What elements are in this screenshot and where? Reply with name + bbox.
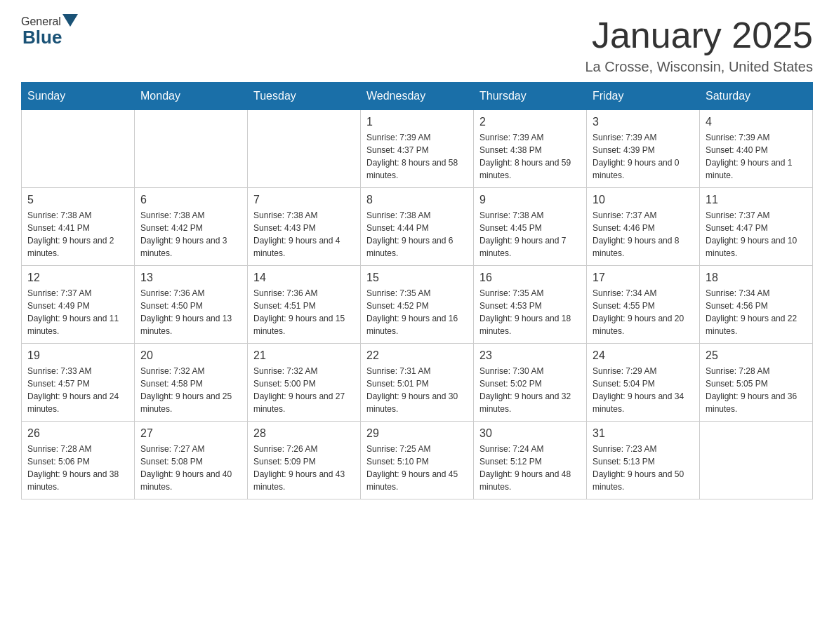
day-info: Sunrise: 7:24 AM Sunset: 5:12 PM Dayligh… <box>479 443 581 493</box>
day-number: 10 <box>593 194 694 206</box>
day-info: Sunrise: 7:32 AM Sunset: 4:58 PM Dayligh… <box>140 365 241 415</box>
day-info: Sunrise: 7:28 AM Sunset: 5:06 PM Dayligh… <box>27 443 128 493</box>
day-number: 11 <box>706 194 807 206</box>
calendar-cell: 7Sunrise: 7:38 AM Sunset: 4:43 PM Daylig… <box>248 188 361 266</box>
day-number: 3 <box>593 116 694 128</box>
calendar-cell: 3Sunrise: 7:39 AM Sunset: 4:39 PM Daylig… <box>587 110 700 188</box>
header-monday: Monday <box>135 83 248 110</box>
day-number: 1 <box>366 116 468 128</box>
calendar-cell: 14Sunrise: 7:36 AM Sunset: 4:51 PM Dayli… <box>248 266 361 344</box>
day-info: Sunrise: 7:28 AM Sunset: 5:05 PM Dayligh… <box>706 365 807 415</box>
header-saturday: Saturday <box>700 83 813 110</box>
logo-blue-text: Blue <box>22 27 62 48</box>
day-number: 26 <box>27 427 128 440</box>
day-info: Sunrise: 7:29 AM Sunset: 5:04 PM Dayligh… <box>593 365 694 415</box>
page-header: General Blue January 2025 La Crosse, Wis… <box>21 14 813 75</box>
day-info: Sunrise: 7:34 AM Sunset: 4:56 PM Dayligh… <box>706 287 807 337</box>
calendar-cell: 9Sunrise: 7:38 AM Sunset: 4:45 PM Daylig… <box>474 188 587 266</box>
day-number: 6 <box>140 194 241 206</box>
calendar-cell <box>22 110 135 188</box>
day-info: Sunrise: 7:39 AM Sunset: 4:37 PM Dayligh… <box>366 131 468 182</box>
calendar-cell <box>135 110 248 188</box>
calendar-cell: 28Sunrise: 7:26 AM Sunset: 5:09 PM Dayli… <box>248 422 361 499</box>
day-number: 23 <box>479 349 581 362</box>
day-info: Sunrise: 7:39 AM Sunset: 4:39 PM Dayligh… <box>593 131 694 182</box>
calendar-cell: 27Sunrise: 7:27 AM Sunset: 5:08 PM Dayli… <box>135 422 248 499</box>
day-info: Sunrise: 7:39 AM Sunset: 4:40 PM Dayligh… <box>706 131 807 182</box>
day-number: 25 <box>706 349 807 362</box>
day-info: Sunrise: 7:38 AM Sunset: 4:42 PM Dayligh… <box>140 209 241 260</box>
calendar-cell: 20Sunrise: 7:32 AM Sunset: 4:58 PM Dayli… <box>135 344 248 422</box>
day-number: 21 <box>253 349 355 362</box>
calendar-cell <box>700 422 813 499</box>
month-title: January 2025 <box>585 14 813 56</box>
calendar-header-row: Sunday Monday Tuesday Wednesday Thursday… <box>22 83 813 110</box>
calendar-cell: 4Sunrise: 7:39 AM Sunset: 4:40 PM Daylig… <box>700 110 813 188</box>
header-thursday: Thursday <box>474 83 587 110</box>
day-number: 24 <box>593 349 694 362</box>
calendar-cell: 29Sunrise: 7:25 AM Sunset: 5:10 PM Dayli… <box>361 422 474 499</box>
day-number: 28 <box>253 427 355 440</box>
header-tuesday: Tuesday <box>248 83 361 110</box>
calendar-cell: 25Sunrise: 7:28 AM Sunset: 5:05 PM Dayli… <box>700 344 813 422</box>
calendar-cell: 18Sunrise: 7:34 AM Sunset: 4:56 PM Dayli… <box>700 266 813 344</box>
calendar-week-row: 5Sunrise: 7:38 AM Sunset: 4:41 PM Daylig… <box>22 188 813 266</box>
calendar-cell: 16Sunrise: 7:35 AM Sunset: 4:53 PM Dayli… <box>474 266 587 344</box>
calendar-table: Sunday Monday Tuesday Wednesday Thursday… <box>21 82 813 499</box>
header-friday: Friday <box>587 83 700 110</box>
day-info: Sunrise: 7:35 AM Sunset: 4:53 PM Dayligh… <box>479 287 581 337</box>
calendar-week-row: 19Sunrise: 7:33 AM Sunset: 4:57 PM Dayli… <box>22 344 813 422</box>
day-info: Sunrise: 7:37 AM Sunset: 4:46 PM Dayligh… <box>593 209 694 260</box>
location-text: La Crosse, Wisconsin, United States <box>585 59 813 75</box>
day-number: 31 <box>593 427 694 440</box>
day-info: Sunrise: 7:23 AM Sunset: 5:13 PM Dayligh… <box>593 443 694 493</box>
day-info: Sunrise: 7:34 AM Sunset: 4:55 PM Dayligh… <box>593 287 694 337</box>
calendar-cell: 22Sunrise: 7:31 AM Sunset: 5:01 PM Dayli… <box>361 344 474 422</box>
title-section: January 2025 La Crosse, Wisconsin, Unite… <box>585 14 813 75</box>
calendar-cell: 1Sunrise: 7:39 AM Sunset: 4:37 PM Daylig… <box>361 110 474 188</box>
day-number: 5 <box>27 194 128 206</box>
calendar-cell: 13Sunrise: 7:36 AM Sunset: 4:50 PM Dayli… <box>135 266 248 344</box>
day-info: Sunrise: 7:38 AM Sunset: 4:43 PM Dayligh… <box>253 209 355 260</box>
day-info: Sunrise: 7:38 AM Sunset: 4:41 PM Dayligh… <box>27 209 128 260</box>
header-sunday: Sunday <box>22 83 135 110</box>
day-info: Sunrise: 7:25 AM Sunset: 5:10 PM Dayligh… <box>366 443 468 493</box>
calendar-cell: 24Sunrise: 7:29 AM Sunset: 5:04 PM Dayli… <box>587 344 700 422</box>
calendar-cell: 10Sunrise: 7:37 AM Sunset: 4:46 PM Dayli… <box>587 188 700 266</box>
calendar-cell: 2Sunrise: 7:39 AM Sunset: 4:38 PM Daylig… <box>474 110 587 188</box>
calendar-cell: 15Sunrise: 7:35 AM Sunset: 4:52 PM Dayli… <box>361 266 474 344</box>
calendar-cell: 17Sunrise: 7:34 AM Sunset: 4:55 PM Dayli… <box>587 266 700 344</box>
calendar-cell: 11Sunrise: 7:37 AM Sunset: 4:47 PM Dayli… <box>700 188 813 266</box>
day-info: Sunrise: 7:30 AM Sunset: 5:02 PM Dayligh… <box>479 365 581 415</box>
day-number: 20 <box>140 349 241 362</box>
calendar-cell: 12Sunrise: 7:37 AM Sunset: 4:49 PM Dayli… <box>22 266 135 344</box>
day-number: 16 <box>479 271 581 284</box>
day-number: 4 <box>706 116 807 128</box>
calendar-cell: 26Sunrise: 7:28 AM Sunset: 5:06 PM Dayli… <box>22 422 135 499</box>
header-wednesday: Wednesday <box>361 83 474 110</box>
day-number: 18 <box>706 271 807 284</box>
day-number: 30 <box>479 427 581 440</box>
day-number: 12 <box>27 271 128 284</box>
day-info: Sunrise: 7:37 AM Sunset: 4:47 PM Dayligh… <box>706 209 807 260</box>
calendar-cell: 8Sunrise: 7:38 AM Sunset: 4:44 PM Daylig… <box>361 188 474 266</box>
calendar-cell: 5Sunrise: 7:38 AM Sunset: 4:41 PM Daylig… <box>22 188 135 266</box>
day-info: Sunrise: 7:37 AM Sunset: 4:49 PM Dayligh… <box>27 287 128 337</box>
day-info: Sunrise: 7:38 AM Sunset: 4:44 PM Dayligh… <box>366 209 468 260</box>
svg-marker-0 <box>62 14 78 27</box>
day-number: 27 <box>140 427 241 440</box>
calendar-cell <box>248 110 361 188</box>
day-number: 22 <box>366 349 468 362</box>
day-number: 8 <box>366 194 468 206</box>
day-info: Sunrise: 7:35 AM Sunset: 4:52 PM Dayligh… <box>366 287 468 337</box>
day-info: Sunrise: 7:36 AM Sunset: 4:50 PM Dayligh… <box>140 287 241 337</box>
day-number: 14 <box>253 271 355 284</box>
day-info: Sunrise: 7:32 AM Sunset: 5:00 PM Dayligh… <box>253 365 355 415</box>
day-number: 13 <box>140 271 241 284</box>
calendar-week-row: 12Sunrise: 7:37 AM Sunset: 4:49 PM Dayli… <box>22 266 813 344</box>
calendar-cell: 23Sunrise: 7:30 AM Sunset: 5:02 PM Dayli… <box>474 344 587 422</box>
calendar-cell: 21Sunrise: 7:32 AM Sunset: 5:00 PM Dayli… <box>248 344 361 422</box>
calendar-cell: 6Sunrise: 7:38 AM Sunset: 4:42 PM Daylig… <box>135 188 248 266</box>
day-info: Sunrise: 7:39 AM Sunset: 4:38 PM Dayligh… <box>479 131 581 182</box>
day-info: Sunrise: 7:38 AM Sunset: 4:45 PM Dayligh… <box>479 209 581 260</box>
